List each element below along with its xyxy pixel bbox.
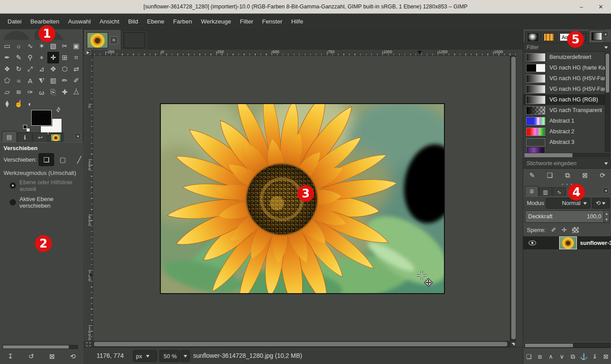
image-tab-sunflower[interactable]: ✕ <box>84 30 121 50</box>
delete-tool-options-button[interactable]: ⊠ <box>47 351 58 362</box>
ellipse-select-tool-icon[interactable]: ○ <box>13 40 24 52</box>
chevron-down-icon[interactable]: ▼ <box>603 161 611 166</box>
rectangle-select-tool-icon[interactable]: ▭ <box>1 40 13 52</box>
flip-tool-icon[interactable]: ⇄ <box>70 63 82 75</box>
tool-mode-option-0[interactable]: Ebene oder Hilfslinie auswä <box>0 177 83 194</box>
perspective-clone-tool-icon[interactable]: ⧊ <box>70 86 82 98</box>
menu-bild[interactable]: Bild <box>124 16 142 27</box>
mode-reset-button[interactable]: ⟲▼ <box>592 198 610 209</box>
menu-datei[interactable]: Datei <box>4 16 26 27</box>
delete-gradient-button[interactable]: ⊠ <box>580 170 590 181</box>
gradient-item-0[interactable]: Benutzerdefiniert <box>523 52 606 62</box>
eraser-tool-icon[interactable]: ▱ <box>1 86 13 98</box>
refresh-gradients-button[interactable]: ⟳ <box>597 170 608 181</box>
edit-gradient-button[interactable]: ✎ <box>527 170 537 181</box>
channels-tab[interactable]: ▥ <box>539 187 552 196</box>
measure-tool-icon[interactable]: ⌖ <box>36 52 47 63</box>
collapse-dock-button[interactable]: ◂ <box>74 133 81 139</box>
gradient-item-3[interactable]: VG nach HG (HSV-Farbto <box>523 84 606 94</box>
tool-options-tab[interactable]: ▤ <box>2 131 17 142</box>
horizontal-ruler[interactable]: -2500250500750100012501500 <box>93 50 517 56</box>
lock-pixels-icon[interactable]: ✐ <box>551 226 557 233</box>
menu-ebene[interactable]: Ebene <box>143 16 168 27</box>
gradient-list-hscrollbar[interactable] <box>524 153 611 158</box>
new-gradient-button[interactable]: ❏ <box>545 170 555 181</box>
raise-layer-button[interactable]: ∧ <box>546 352 555 361</box>
lock-alpha-icon[interactable] <box>572 227 579 233</box>
move-selection-mode[interactable]: ▢ <box>55 154 70 166</box>
layer-row[interactable]: sunflower-361 <box>523 236 611 249</box>
tool-options-scrollbar[interactable] <box>3 345 78 349</box>
gradient-item-2[interactable]: VG nach HG (HSV-Farbto <box>523 73 606 84</box>
mode-dropdown[interactable]: Normal▼ <box>546 198 590 209</box>
pencil-tool-icon[interactable]: ✏ <box>59 75 70 86</box>
text-tool-icon[interactable]: A <box>24 75 36 86</box>
bucket-fill-tool-icon[interactable]: ⧨ <box>36 75 47 86</box>
foreground-select-tool-icon[interactable]: ▣ <box>70 40 82 52</box>
select-by-color-tool-icon[interactable]: ▧ <box>47 40 59 52</box>
quick-mask-toggle[interactable] <box>83 341 93 347</box>
close-button[interactable]: ✕ <box>594 0 607 13</box>
new-layer-button[interactable]: ❏ <box>524 352 533 361</box>
menu-farben[interactable]: Farben <box>169 16 196 27</box>
move-tool-icon[interactable]: ✛ <box>47 52 59 63</box>
image-tab-landscape[interactable] <box>121 31 147 50</box>
zoom-value[interactable]: 50 % <box>160 350 180 362</box>
gradient-item-4[interactable]: VG nach HG (RGB) <box>523 94 606 105</box>
gradient-item-1[interactable]: VG nach HG (harte Kante) <box>523 62 606 73</box>
zoom-tool-icon[interactable]: ⚲ <box>24 52 36 63</box>
gradient-item-7[interactable]: Abstract 2 <box>523 126 606 137</box>
mypaint-brush-tool-icon[interactable]: ω <box>36 86 47 98</box>
align-tool-icon[interactable]: ⊞ <box>59 52 70 63</box>
minimize-button[interactable]: – <box>575 0 588 13</box>
duplicate-gradient-button[interactable]: ⧉ <box>562 170 572 181</box>
undo-history-tab[interactable]: ↩ <box>33 132 48 142</box>
rotate-tool-icon[interactable]: ↻ <box>13 63 24 75</box>
foreground-color-swatch[interactable] <box>31 110 52 126</box>
patterns-tab[interactable] <box>541 31 557 43</box>
vertical-scrollbar[interactable] <box>510 56 516 341</box>
gradient-item-5[interactable]: VG nach Transparent <box>523 105 606 116</box>
paths-tool-icon[interactable]: ✒ <box>1 52 13 63</box>
zoom-dropdown-button[interactable]: ▼ <box>181 350 190 362</box>
warp-transform-tool-icon[interactable]: ≈ <box>13 75 24 86</box>
gradient-item-9[interactable] <box>523 147 606 153</box>
heal-tool-icon[interactable]: ✚ <box>59 86 70 98</box>
layer-list-hscrollbar[interactable] <box>524 343 611 348</box>
vertical-ruler[interactable]: 02505007501000 <box>87 56 93 341</box>
merge-down-button[interactable]: ⇓ <box>591 352 599 361</box>
gradient-item-6[interactable]: Abstract 1 <box>523 116 606 126</box>
opacity-slider[interactable]: Deckkraft 100,0 ▲▼ <box>525 210 610 223</box>
ink-tool-icon[interactable]: ✑ <box>24 86 36 98</box>
color-picker-tool-icon[interactable]: ✎ <box>13 52 24 63</box>
horizontal-scrollbar[interactable] <box>93 341 510 347</box>
paintbrush-tool-icon[interactable]: ✐ <box>70 75 82 86</box>
scissors-select-tool-icon[interactable]: ✂ <box>59 40 70 52</box>
lock-position-icon[interactable]: ✛ <box>561 226 567 233</box>
move-layer-mode[interactable]: ❏ <box>39 154 54 166</box>
shear-tool-icon[interactable]: ⊿ <box>36 63 47 75</box>
reset-tool-options-button[interactable]: ⟲ <box>68 351 78 362</box>
cage-transform-tool-icon[interactable]: ⬠ <box>1 75 13 86</box>
gradient-tool-icon[interactable]: ▥ <box>47 75 59 86</box>
airbrush-tool-icon[interactable]: ≋ <box>13 86 24 98</box>
menu-hilfe[interactable]: Hilfe <box>287 16 307 27</box>
crop-tool-icon[interactable]: ⌗ <box>70 52 82 63</box>
delete-layer-button[interactable]: ⊠ <box>602 352 611 361</box>
restore-tool-options-button[interactable]: ↺ <box>26 351 37 362</box>
gradient-item-8[interactable]: Abstract 3 <box>523 137 606 147</box>
layers-tab[interactable]: ≣ <box>525 186 538 196</box>
image-tab[interactable] <box>48 132 63 142</box>
lower-layer-button[interactable]: ∨ <box>557 352 566 361</box>
dock-splitter[interactable]: ● ● ● <box>523 182 611 186</box>
ruler-corner-button[interactable]: ▶ <box>83 50 93 56</box>
clone-tool-icon[interactable]: ⎘ <box>47 86 59 98</box>
gradient-list-vscrollbar[interactable] <box>605 53 610 152</box>
menu-fenster[interactable]: Fenster <box>258 16 287 27</box>
chevron-down-icon[interactable]: ▼ <box>603 45 611 50</box>
handle-transform-tool-icon[interactable]: ✥ <box>47 63 59 75</box>
save-tool-options-button[interactable]: ↧ <box>5 351 16 362</box>
menu-filter[interactable]: Filter <box>236 16 257 27</box>
collapse-dock-button[interactable]: ◂ <box>602 31 608 37</box>
anchor-layer-button[interactable]: ⚓ <box>580 352 588 361</box>
